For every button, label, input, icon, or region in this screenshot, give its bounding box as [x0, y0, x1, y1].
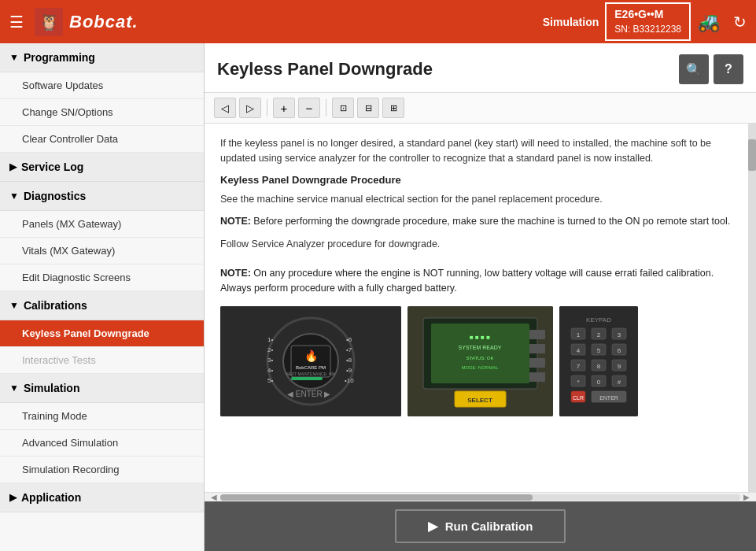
sidebar-item-training-mode[interactable]: Training Mode	[0, 403, 204, 430]
sidebar-item-edit-diagnostic-screens[interactable]: Edit Diagnostic Screens	[0, 264, 204, 291]
intro-paragraph: If the keyless panel is no longer desire…	[220, 136, 732, 166]
svg-text:ENTER: ENTER	[599, 395, 618, 401]
sidebar-item-advanced-simulation[interactable]: Advanced Simulation	[0, 430, 204, 457]
sidebar-item-clear-controller-data[interactable]: Clear Controller Data	[0, 126, 204, 153]
sidebar-section-application-label: Application	[21, 491, 81, 504]
svg-rect-33	[529, 372, 545, 382]
doc-vertical-scrollbar[interactable]	[748, 124, 756, 492]
image-green-panel: ■ ■ ■ ■ SYSTEM READY STATUS: OK MODE: NO…	[408, 306, 553, 416]
svg-text:1•: 1•	[267, 336, 273, 343]
note-1: NOTE: Before performing the downgrade pr…	[220, 214, 732, 229]
page-title: Keyless Panel Downgrade	[217, 59, 433, 80]
svg-text:3: 3	[618, 331, 621, 338]
sidebar-item-change-sn-options[interactable]: Change SN/Options	[0, 99, 204, 126]
svg-text:7: 7	[577, 363, 581, 370]
zoom-in-button[interactable]: +	[273, 98, 295, 118]
svg-rect-20	[291, 377, 323, 380]
sidebar-section-application[interactable]: ▶ Application	[0, 483, 204, 512]
search-button[interactable]: 🔍	[679, 54, 709, 84]
doc-wrapper: If the keyless panel is no longer desire…	[205, 124, 756, 492]
arrow-application-icon: ▶	[9, 492, 17, 503]
svg-text:1: 1	[577, 331, 581, 338]
sidebar-item-vitals-mx-gateway[interactable]: Vitals (MX Gateway)	[0, 238, 204, 264]
run-calibration-label: Run Calibration	[445, 520, 533, 533]
sidebar-section-service-log[interactable]: ▶ Service Log	[0, 153, 204, 182]
sidebar-section-calibrations[interactable]: ▼ Calibrations	[0, 291, 204, 320]
machine-model: E26•G••M	[614, 7, 663, 23]
sidebar-item-software-updates[interactable]: Software Updates	[0, 72, 204, 99]
content-area: Keyless Panel Downgrade 🔍 ? ◁ ▷ + − ⊡ ⊟ …	[205, 43, 756, 551]
svg-text:5: 5	[597, 347, 601, 354]
svg-text:MODE: NORMAL: MODE: NORMAL	[461, 365, 499, 370]
image-bobcare-pm: 🔥 BobCARE PM NEXT MAINTENANCE: 40h 1• 2•…	[220, 306, 401, 416]
sidebar-item-panels-mx-gateway[interactable]: Panels (MX Gateway)	[0, 211, 204, 238]
machine-serial-number: SN: B33212238	[614, 23, 681, 36]
sidebar-section-simulation[interactable]: ▼ Simulation	[0, 374, 204, 403]
toolbar-separator-2	[326, 99, 326, 116]
svg-rect-31	[529, 344, 545, 353]
header-buttons: 🔍 ?	[679, 54, 743, 84]
svg-text:BobCARE PM: BobCARE PM	[296, 365, 326, 370]
svg-text:🔥: 🔥	[304, 349, 319, 363]
note-2: NOTE: On any procedure where the engine …	[220, 266, 732, 296]
image-keypad: KEYPAD 1 2 3 4	[559, 306, 638, 416]
hamburger-menu-button[interactable]: ☰	[9, 14, 24, 30]
svg-text:2: 2	[597, 331, 601, 338]
svg-text:4: 4	[577, 347, 581, 354]
sidebar: ▼ Programming Software Updates Change SN…	[0, 43, 205, 551]
toolbar-separator-1	[267, 99, 267, 116]
sidebar-section-calibrations-label: Calibrations	[24, 299, 87, 312]
doc-scrollbar-thumb	[748, 139, 756, 171]
svg-text:CLR: CLR	[573, 395, 584, 401]
doc-content[interactable]: If the keyless panel is no longer desire…	[205, 124, 748, 492]
sidebar-section-programming[interactable]: ▼ Programming	[0, 43, 204, 72]
arrow-calibrations-icon: ▼	[9, 300, 19, 311]
svg-text:STATUS: OK: STATUS: OK	[467, 356, 494, 361]
app-logo: 🦉 Bobcat.	[35, 8, 138, 36]
sidebar-section-diagnostics[interactable]: ▼ Diagnostics	[0, 182, 204, 211]
refresh-button[interactable]: ↻	[733, 13, 747, 31]
svg-text:5•: 5•	[267, 377, 273, 384]
sidebar-item-simulation-recording[interactable]: Simulation Recording	[0, 457, 204, 483]
scrollbar-track	[220, 494, 740, 501]
svg-text:*: *	[577, 379, 579, 386]
svg-text:■ ■ ■ ■: ■ ■ ■ ■	[470, 334, 490, 341]
svg-rect-23	[431, 324, 529, 383]
svg-text:#: #	[618, 379, 621, 386]
svg-rect-30	[529, 330, 545, 339]
scroll-left-arrow-icon[interactable]: ◀	[208, 493, 220, 501]
svg-text:8: 8	[597, 363, 601, 370]
svg-text:0: 0	[597, 379, 601, 386]
scroll-right-arrow-icon[interactable]: ▶	[740, 493, 753, 501]
arrow-service-log-icon: ▶	[9, 161, 17, 172]
svg-text:6: 6	[618, 347, 621, 354]
svg-text:•10: •10	[345, 377, 354, 384]
brand-name: Bobcat.	[69, 12, 138, 32]
sidebar-section-diagnostics-label: Diagnostics	[24, 190, 86, 202]
run-calibration-bar: ▶ Run Calibration	[205, 501, 756, 551]
bobcat-owl-icon: 🦉	[35, 8, 63, 36]
machine-info-box: E26•G••M SN: B33212238	[605, 2, 691, 40]
svg-text:◀ ENTER ▶: ◀ ENTER ▶	[287, 390, 330, 398]
doc-horizontal-scrollbar[interactable]: ◀ ▶	[205, 492, 756, 501]
fit-width-button[interactable]: ⊟	[357, 98, 379, 118]
content-header: Keyless Panel Downgrade 🔍 ?	[205, 43, 756, 93]
help-button[interactable]: ?	[714, 54, 743, 84]
play-icon: ▶	[428, 519, 437, 534]
procedure-text: See the machine service manual electrica…	[220, 192, 732, 207]
zoom-out-button[interactable]: −	[298, 98, 320, 118]
sidebar-item-interactive-tests[interactable]: Interactive Tests	[0, 347, 204, 374]
app-header: ☰ 🦉 Bobcat. Simulation E26•G••M SN: B332…	[0, 0, 756, 43]
simulation-label: Simulation	[543, 16, 599, 28]
fit-page-button[interactable]: ⊡	[332, 98, 354, 118]
forward-button[interactable]: ▷	[239, 98, 261, 118]
sidebar-item-keyless-panel-downgrade[interactable]: Keyless Panel Downgrade	[0, 320, 204, 347]
sidebar-section-service-log-label: Service Log	[21, 161, 83, 173]
sidebar-section-programming-label: Programming	[24, 51, 95, 64]
svg-text:•7: •7	[346, 346, 352, 353]
svg-text:4•: 4•	[267, 367, 273, 374]
run-calibration-button[interactable]: ▶ Run Calibration	[395, 509, 566, 543]
back-button[interactable]: ◁	[214, 98, 236, 118]
svg-text:NEXT MAINTENANCE: 40h: NEXT MAINTENANCE: 40h	[286, 372, 335, 376]
fit-height-button[interactable]: ⊞	[382, 98, 404, 118]
